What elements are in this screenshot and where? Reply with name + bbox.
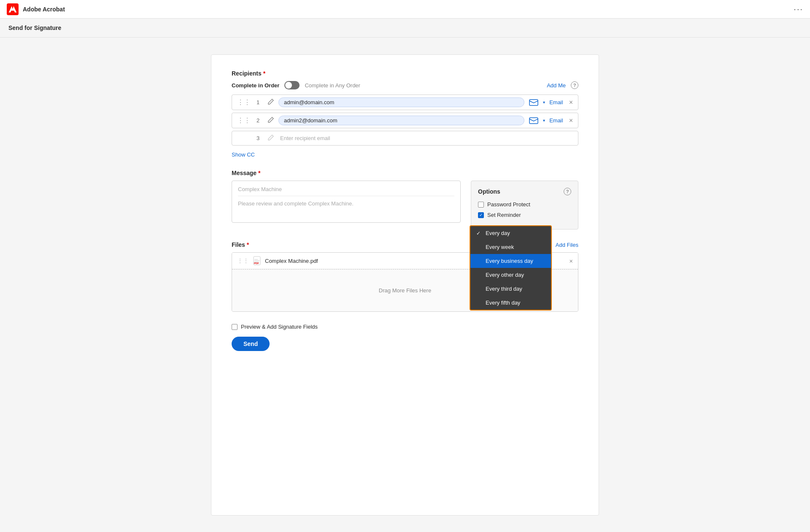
envelope-icon-2: [529, 117, 539, 124]
set-reminder-label: Set Reminder: [487, 212, 521, 218]
file-remove-button[interactable]: ×: [569, 257, 573, 265]
recipients-label: Recipients *: [232, 70, 578, 77]
every-third-day-label: Every third day: [486, 286, 522, 292]
every-day-checkmark: ✓: [476, 230, 482, 236]
pen-icon-1: [267, 98, 274, 106]
password-protect-label: Password Protect: [487, 201, 530, 208]
svg-rect-2: [529, 118, 538, 124]
every-fifth-day-label: Every fifth day: [486, 300, 520, 306]
form-container: Recipients * Complete in Order Complete …: [211, 54, 599, 516]
email-type-chevron-1[interactable]: ▾: [543, 100, 545, 105]
drag-handle-icon-2: ⋮⋮: [237, 116, 251, 124]
drag-zone-text: Drag More Files Here: [379, 287, 431, 294]
main-content: Recipients * Complete in Order Complete …: [0, 38, 810, 532]
dropdown-item-every-week[interactable]: ✓ Every week: [470, 240, 551, 254]
options-header: Options ?: [478, 188, 571, 195]
password-protect-checkbox[interactable]: [478, 202, 484, 208]
adobe-logo-icon: [7, 3, 19, 15]
svg-text:PDF: PDF: [254, 262, 259, 265]
set-reminder-checkbox[interactable]: [478, 212, 484, 218]
every-day-label: Every day: [486, 230, 510, 236]
send-button[interactable]: Send: [232, 337, 270, 351]
envelope-icon-1: [529, 99, 539, 106]
email-type-label-1[interactable]: Email: [549, 99, 563, 105]
every-other-day-label: Every other day: [486, 272, 524, 278]
recipients-help-icon[interactable]: ?: [571, 81, 578, 89]
remove-recipient-1-button[interactable]: ×: [569, 99, 573, 106]
pdf-icon: PDF: [253, 256, 261, 265]
every-business-day-label: Every business day: [486, 258, 533, 264]
add-me-link[interactable]: Add Me: [547, 82, 566, 89]
complete-order-label: Complete in Order: [232, 82, 279, 89]
message-area: Complex Machine Please review and comple…: [232, 181, 461, 223]
set-reminder-row: Set Reminder: [478, 212, 571, 218]
complete-any-label: Complete in Any Order: [305, 82, 360, 89]
options-help-icon[interactable]: ?: [564, 188, 571, 195]
dropdown-item-every-day[interactable]: ✓ Every day: [470, 226, 551, 240]
preview-row: Preview & Add Signature Fields: [232, 324, 578, 330]
pen-icon-2: [267, 116, 274, 124]
app-title: Adobe Acrobat: [23, 6, 65, 13]
dropdown-item-every-third-day[interactable]: ✓ Every third day: [470, 282, 551, 296]
every-week-label: Every week: [486, 244, 514, 250]
recipient-row-2: ⋮⋮ 2 admin2@domain.com ▾ Email ×: [232, 113, 578, 128]
recipients-controls: Complete in Order Complete in Any Order …: [232, 81, 578, 89]
recipient-row-3: ⋮⋮ 3 Enter recipient email: [232, 131, 578, 146]
drag-handle-icon: ⋮⋮: [237, 98, 251, 106]
title-bar-left: Adobe Acrobat: [7, 3, 65, 15]
pen-icon-3: [267, 134, 274, 142]
recipient-3-input[interactable]: Enter recipient email: [278, 134, 573, 143]
add-files-link[interactable]: Add Files: [556, 242, 578, 248]
dropdown-item-every-other-day[interactable]: ✓ Every other day: [470, 268, 551, 282]
dropdown-item-every-fifth-day[interactable]: ✓ Every fifth day: [470, 296, 551, 310]
dropdown-item-every-business-day[interactable]: ✓ Every business day: [470, 254, 551, 268]
svg-rect-1: [529, 100, 538, 105]
password-protect-row: Password Protect: [478, 201, 571, 208]
recipients-section: Recipients * Complete in Order Complete …: [232, 70, 578, 158]
preview-label: Preview & Add Signature Fields: [241, 324, 318, 330]
message-section: Message * Complex Machine Please review …: [232, 170, 578, 230]
email-type-chevron-2[interactable]: ▾: [543, 118, 545, 123]
reminder-dropdown: ✓ Every day ✓ Every week ✓ Every busines…: [470, 225, 552, 311]
menu-dots-button[interactable]: ···: [794, 4, 803, 14]
page-header: Send for Signature: [0, 19, 810, 38]
footer-section: Preview & Add Signature Fields Send: [232, 324, 578, 351]
page-title: Send for Signature: [8, 24, 61, 31]
row-number-1: 1: [256, 99, 263, 105]
complete-order-toggle[interactable]: [284, 81, 300, 89]
file-drag-handle-icon: ⋮⋮: [237, 257, 249, 264]
row-number-3: 3: [256, 135, 263, 141]
options-panel: Options ? Password Protect Set Reminder: [471, 181, 578, 230]
recipient-2-email[interactable]: admin2@domain.com: [278, 116, 524, 125]
message-subject: Complex Machine: [238, 186, 454, 196]
title-bar: Adobe Acrobat ···: [0, 0, 810, 19]
options-title: Options: [478, 188, 500, 195]
files-label: Files *: [232, 241, 249, 248]
preview-checkbox[interactable]: [232, 324, 238, 330]
recipient-1-email[interactable]: admin@domain.com: [278, 97, 524, 107]
message-label: Message *: [232, 170, 578, 176]
show-cc-link[interactable]: Show CC: [232, 151, 255, 158]
message-box[interactable]: Complex Machine Please review and comple…: [232, 181, 461, 223]
email-type-label-2[interactable]: Email: [549, 117, 563, 124]
remove-recipient-2-button[interactable]: ×: [569, 117, 573, 124]
recipient-row-1: ⋮⋮ 1 admin@domain.com ▾ Email ×: [232, 95, 578, 110]
message-body: Please review and complete Complex Machi…: [238, 200, 454, 207]
row-number-2: 2: [256, 117, 263, 124]
message-options-layout: Complex Machine Please review and comple…: [232, 181, 578, 230]
